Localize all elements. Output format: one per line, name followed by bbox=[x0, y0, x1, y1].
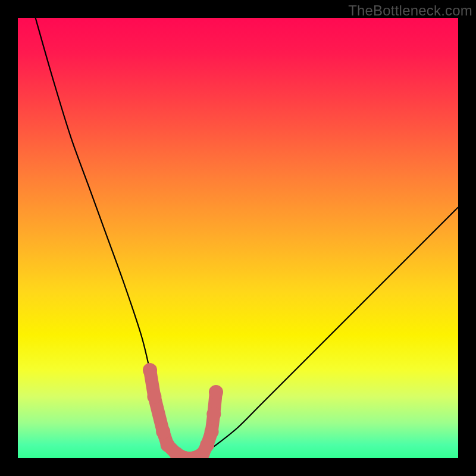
highlighted-point bbox=[147, 389, 161, 403]
curve-svg bbox=[18, 18, 458, 458]
highlighted-point bbox=[205, 425, 219, 439]
chart-frame: TheBottleneck.com bbox=[0, 0, 476, 476]
watermark-text: TheBottleneck.com bbox=[348, 2, 472, 19]
plot-area bbox=[18, 18, 458, 458]
highlighted-points-group bbox=[143, 363, 223, 458]
bottleneck-curve-path bbox=[36, 18, 458, 458]
highlighted-point bbox=[156, 425, 170, 439]
highlighted-point bbox=[206, 407, 221, 421]
highlighted-point bbox=[209, 385, 223, 399]
highlighted-point bbox=[200, 438, 214, 452]
highlighted-point bbox=[143, 363, 157, 377]
